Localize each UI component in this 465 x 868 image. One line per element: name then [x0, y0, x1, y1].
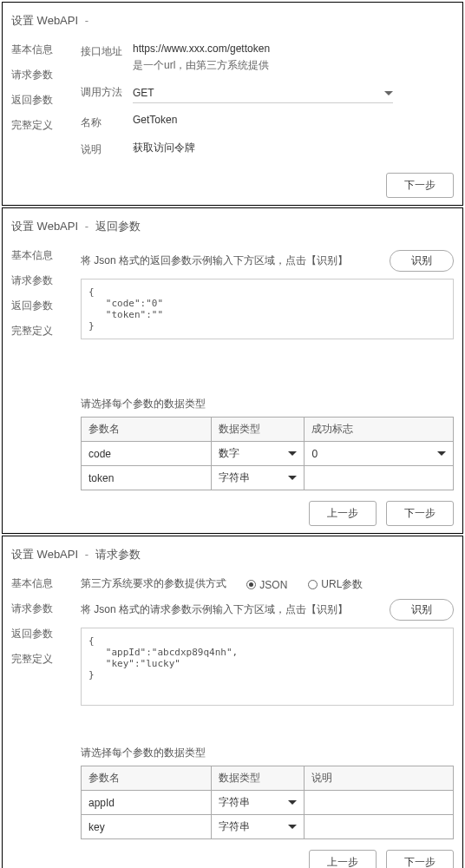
cell-name: appId — [82, 791, 212, 815]
sidebar-item-basic[interactable]: 基本信息 — [11, 571, 72, 596]
sidebar-item-response[interactable]: 返回参数 — [11, 293, 72, 319]
title-dash: - — [85, 220, 88, 233]
mode-row: 第三方系统要求的参数提供方式 JSON URL参数 — [81, 576, 454, 592]
table-row: token 字符串 — [82, 466, 454, 490]
method-label: 调用方法 — [81, 83, 133, 100]
cell-name: key — [82, 815, 212, 839]
radio-icon — [308, 580, 318, 589]
params-table: 参数名 数据类型 说明 appId 字符串 key 字符串 — [81, 766, 454, 839]
addr-label: 接口地址 — [81, 43, 133, 59]
name-value: GetToken — [133, 114, 454, 126]
next-button[interactable]: 下一步 — [386, 850, 454, 868]
cell-flag-select[interactable]: 0 — [305, 442, 454, 466]
cell-type-select[interactable]: 数字 — [212, 442, 305, 466]
instruction2-text: 请选择每个参数的数据类型 — [81, 397, 454, 411]
next-button[interactable]: 下一步 — [386, 501, 454, 526]
title-text: 设置 WebAPI — [11, 220, 78, 233]
title-sub: 返回参数 — [95, 220, 141, 233]
method-select[interactable]: GET — [133, 83, 393, 103]
table-row: code 数字 0 — [82, 442, 454, 466]
th-name: 参数名 — [82, 418, 212, 442]
sidebar-item-full[interactable]: 完整定义 — [11, 319, 72, 344]
title-dash: - — [85, 548, 88, 561]
chevron-down-icon — [288, 800, 297, 805]
json-sample-textarea[interactable]: { "appId":"abcdxp89q4nh", "key":"lucky" … — [81, 628, 454, 706]
radio-json[interactable]: JSON — [246, 577, 287, 592]
instruction-text: 将 Json 格式的返回参数示例输入下方区域，点击【识别】 — [81, 253, 348, 268]
title-dash: - — [85, 14, 88, 27]
desc-label: 说明 — [81, 141, 133, 157]
recognize-button[interactable]: 识别 — [390, 599, 454, 621]
cell-desc — [305, 815, 454, 839]
sidebar-item-response[interactable]: 返回参数 — [11, 88, 72, 113]
mode-label: 第三方系统要求的参数提供方式 — [81, 577, 226, 589]
params-table: 参数名 数据类型 成功标志 code 数字 0 token 字符串 — [81, 417, 454, 490]
title-sub: 请求参数 — [95, 548, 141, 561]
table-header-row: 参数名 数据类型 说明 — [82, 766, 454, 791]
cell-type-select[interactable]: 字符串 — [212, 815, 305, 839]
cell-name: code — [82, 442, 212, 466]
cell-desc — [305, 791, 454, 815]
cell-type-select[interactable]: 字符串 — [212, 791, 305, 815]
instruction2-text: 请选择每个参数的数据类型 — [81, 746, 454, 760]
sidebar-item-full[interactable]: 完整定义 — [11, 647, 72, 672]
sidebar: 基本信息 请求参数 返回参数 完整定义 — [11, 243, 72, 526]
title-text: 设置 WebAPI — [11, 14, 78, 27]
chevron-down-icon — [384, 91, 393, 95]
next-button[interactable]: 下一步 — [386, 173, 454, 198]
th-flag: 成功标志 — [305, 418, 454, 442]
sidebar: 基本信息 请求参数 返回参数 完整定义 — [11, 571, 72, 868]
sidebar-item-request[interactable]: 请求参数 — [11, 268, 72, 293]
name-label: 名称 — [81, 114, 133, 130]
radio-json-label: JSON — [259, 579, 287, 591]
sidebar-item-basic[interactable]: 基本信息 — [11, 37, 72, 62]
panel-request-params: 设置 WebAPI - 请求参数 基本信息 请求参数 返回参数 完整定义 第三方… — [2, 536, 463, 868]
chevron-down-icon — [288, 451, 297, 456]
panel-title: 设置 WebAPI - — [11, 10, 454, 37]
sidebar-item-request[interactable]: 请求参数 — [11, 596, 72, 621]
instruction-text: 将 Json 格式的请求参数示例输入下方区域，点击【识别】 — [81, 602, 348, 617]
chevron-down-icon — [437, 451, 446, 456]
table-row: appId 字符串 — [82, 791, 454, 815]
table-row: key 字符串 — [82, 815, 454, 839]
cell-flag — [305, 466, 454, 490]
th-name: 参数名 — [82, 766, 212, 791]
desc-value: 获取访问令牌 — [133, 141, 454, 155]
sidebar-item-response[interactable]: 返回参数 — [11, 621, 72, 647]
prev-button[interactable]: 上一步 — [309, 501, 377, 526]
prev-button[interactable]: 上一步 — [309, 850, 377, 868]
radio-icon — [246, 580, 256, 589]
addr-hint: 是一个url，由第三方系统提供 — [133, 58, 454, 73]
th-desc: 说明 — [305, 766, 454, 791]
table-header-row: 参数名 数据类型 成功标志 — [82, 418, 454, 442]
method-value: GET — [133, 87, 384, 99]
cell-name: token — [82, 466, 212, 490]
sidebar-item-full[interactable]: 完整定义 — [11, 113, 72, 138]
radio-url-label: URL参数 — [321, 577, 363, 592]
chevron-down-icon — [288, 825, 297, 829]
radio-url[interactable]: URL参数 — [308, 577, 363, 592]
title-text: 设置 WebAPI — [11, 548, 78, 561]
sidebar: 基本信息 请求参数 返回参数 完整定义 — [11, 37, 72, 198]
json-sample-textarea[interactable]: { "code":"0" "token":"" } — [81, 279, 454, 339]
chevron-down-icon — [288, 476, 297, 480]
sidebar-item-request[interactable]: 请求参数 — [11, 62, 72, 88]
panel-basic-info: 设置 WebAPI - 基本信息 请求参数 返回参数 完整定义 接口地址 htt… — [2, 2, 463, 206]
cell-type-select[interactable]: 字符串 — [212, 466, 305, 490]
th-type: 数据类型 — [212, 418, 305, 442]
addr-value: https://www.xxx.com/gettoken — [133, 43, 454, 55]
recognize-button[interactable]: 识别 — [390, 250, 454, 272]
panel-response-params: 设置 WebAPI - 返回参数 基本信息 请求参数 返回参数 完整定义 将 J… — [2, 207, 463, 534]
th-type: 数据类型 — [212, 766, 305, 791]
panel-title: 设置 WebAPI - 返回参数 — [11, 215, 454, 243]
sidebar-item-basic[interactable]: 基本信息 — [11, 243, 72, 268]
panel-title: 设置 WebAPI - 请求参数 — [11, 543, 454, 571]
